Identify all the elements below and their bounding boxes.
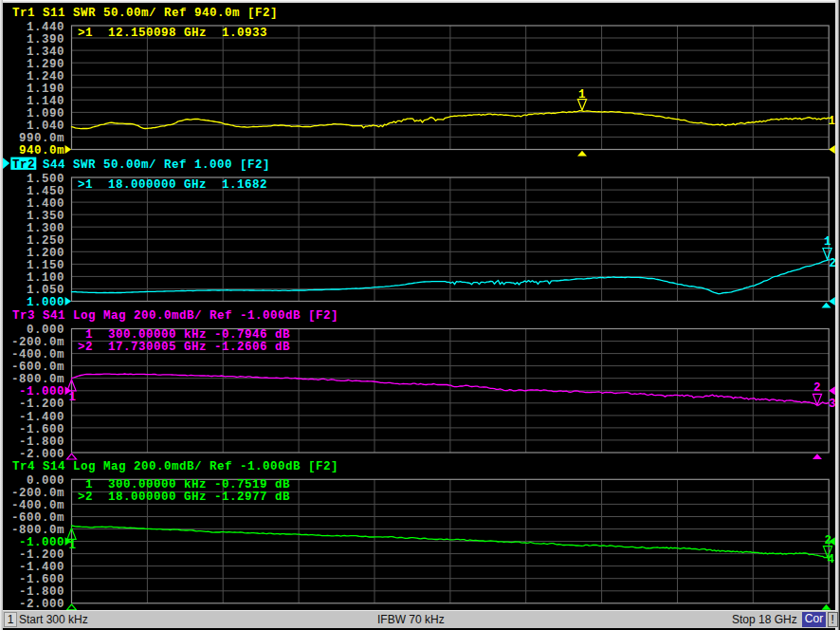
svg-text:S44 SWR 50.00m/ Ref 1.000 [F2]: S44 SWR 50.00m/ Ref 1.000 [F2] [35, 158, 270, 172]
svg-text:1.290: 1.290 [27, 58, 64, 71]
svg-text:0.000: 0.000 [27, 324, 64, 337]
svg-text:1.400: 1.400 [27, 197, 64, 211]
svg-text:1.500: 1.500 [27, 173, 64, 186]
svg-text:1.450: 1.450 [27, 185, 64, 198]
svg-text:1.090: 1.090 [27, 107, 64, 120]
svg-text:-400.0m: -400.0m [11, 348, 64, 361]
svg-text:1.040: 1.040 [27, 120, 64, 133]
svg-text:-200.0m: -200.0m [11, 336, 64, 349]
svg-text:1.000: 1.000 [27, 296, 64, 309]
svg-text:1.140: 1.140 [27, 95, 64, 108]
svg-text:-600.0m: -600.0m [11, 361, 64, 374]
svg-text:1.240: 1.240 [27, 70, 64, 83]
svg-text:-1.000: -1.000 [19, 385, 64, 398]
svg-text:1.340: 1.340 [27, 46, 64, 59]
svg-text:2: 2 [813, 381, 821, 395]
svg-text:1.300: 1.300 [27, 222, 64, 235]
svg-text:4: 4 [827, 553, 834, 566]
svg-text:>2 17.730005 GHz -1.2606 dB: >2 17.730005 GHz -1.2606 dB [78, 341, 290, 354]
svg-text:>2 18.000000 GHz -1.2977 dB: >2 18.000000 GHz -1.2977 dB [78, 491, 290, 504]
svg-text:1: 1 [578, 88, 586, 102]
svg-text:-1.800: -1.800 [19, 435, 64, 449]
svg-text:-1.200: -1.200 [19, 548, 64, 562]
svg-text:-2.000: -2.000 [19, 448, 64, 461]
svg-text:-1.000: -1.000 [19, 536, 64, 549]
svg-text:1: 1 [68, 539, 76, 552]
svg-text:2: 2 [824, 534, 831, 547]
svg-text:>1 18.000000 GHz 1.1682: >1 18.000000 GHz 1.1682 [78, 178, 267, 192]
svg-text:1.050: 1.050 [27, 284, 64, 297]
svg-text:-1.800: -1.800 [19, 585, 64, 599]
svg-text:-1.600: -1.600 [19, 423, 64, 436]
svg-text:1.390: 1.390 [27, 33, 64, 46]
svg-text:-600.0m: -600.0m [11, 511, 64, 525]
svg-text:-1.400: -1.400 [19, 561, 64, 574]
svg-text:-200.0m: -200.0m [11, 487, 64, 500]
svg-text:1: 1 [824, 235, 831, 249]
svg-text:0.000: 0.000 [27, 474, 64, 488]
svg-text:990.0m: 990.0m [19, 132, 64, 145]
svg-text:1: 1 [68, 391, 76, 404]
svg-text:-800.0m: -800.0m [11, 524, 64, 537]
svg-text:1.350: 1.350 [27, 210, 64, 223]
svg-text:1.190: 1.190 [27, 83, 64, 96]
svg-text:1.250: 1.250 [27, 234, 64, 248]
svg-text:-1.600: -1.600 [19, 573, 64, 586]
svg-text:Tr1 S11 SWR 50.00m/ Ref 940.0m: Tr1 S11 SWR 50.00m/ Ref 940.0m [F2] [12, 7, 278, 20]
svg-text:-800.0m: -800.0m [11, 373, 64, 386]
svg-text:Tr2: Tr2 [12, 158, 35, 172]
svg-text:-1.400: -1.400 [19, 411, 64, 424]
svg-text:940.0m: 940.0m [19, 144, 64, 158]
svg-text:1 300.00000 kHz -0.7519 dB: 1 300.00000 kHz -0.7519 dB [78, 478, 290, 491]
svg-text:Tr3 S41 Log Mag 200.0mdB/ Ref: Tr3 S41 Log Mag 200.0mdB/ Ref -1.000dB [… [12, 309, 338, 323]
svg-text:1.150: 1.150 [27, 259, 64, 272]
svg-text:Tr4 S14 Log Mag 200.0mdB/ Ref: Tr4 S14 Log Mag 200.0mdB/ Ref -1.000dB [… [12, 460, 338, 473]
svg-text:-1.200: -1.200 [19, 398, 64, 411]
svg-text:1.440: 1.440 [27, 21, 64, 34]
svg-text:>1 12.150098 GHz 1.0933: >1 12.150098 GHz 1.0933 [78, 27, 267, 40]
svg-text:-400.0m: -400.0m [11, 499, 64, 512]
svg-text:1.100: 1.100 [27, 271, 64, 285]
svg-text:1 300.00000 kHz -0.7946 dB: 1 300.00000 kHz -0.7946 dB [78, 328, 290, 342]
svg-text:1.200: 1.200 [27, 247, 64, 260]
